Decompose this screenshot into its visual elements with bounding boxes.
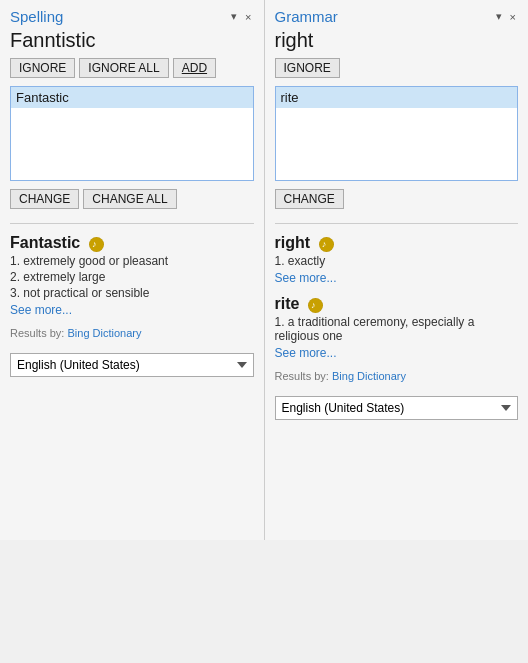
spelling-header-controls: ▾ × — [229, 10, 253, 23]
grammar-sound-icon-1[interactable] — [319, 237, 334, 252]
grammar-language-wrapper: English (United States) — [275, 390, 519, 420]
grammar-ignore-btn[interactable]: IGNORE — [275, 58, 340, 78]
grammar-dict-section-2: rite 1. a traditional ceremony, especial… — [275, 295, 519, 360]
spelling-see-more[interactable]: See more... — [10, 303, 72, 317]
spelling-panel: Spelling ▾ × Fanntistic IGNORE IGNORE AL… — [0, 0, 265, 540]
spelling-ignore-all-btn[interactable]: IGNORE ALL — [79, 58, 168, 78]
spelling-suggestions-box[interactable]: Fantastic — [10, 86, 254, 181]
spelling-sound-icon[interactable] — [89, 237, 104, 252]
spelling-header: Spelling ▾ × — [10, 8, 254, 25]
grammar-dict-defs-2: 1. a traditional ceremony, especially a … — [275, 315, 519, 343]
grammar-results-by-label: Results by: — [275, 370, 329, 382]
spelling-title: Spelling — [10, 8, 63, 25]
spelling-def-1: 1. extremely good or pleasant — [10, 254, 254, 268]
spelling-divider — [10, 223, 254, 224]
grammar-action-buttons: IGNORE — [275, 58, 519, 78]
spelling-ignore-btn[interactable]: IGNORE — [10, 58, 75, 78]
grammar-header: Grammar ▾ × — [275, 8, 519, 25]
spelling-change-all-btn[interactable]: CHANGE ALL — [83, 189, 176, 209]
spelling-change-buttons: CHANGE CHANGE ALL — [10, 189, 254, 209]
grammar-def-2-1: 1. a traditional ceremony, especially a … — [275, 315, 519, 343]
grammar-dict-section-1: right 1. exactly See more... — [275, 234, 519, 285]
grammar-sound-icon-2[interactable] — [308, 298, 323, 313]
spelling-change-btn[interactable]: CHANGE — [10, 189, 79, 209]
grammar-see-more-2[interactable]: See more... — [275, 346, 337, 360]
spelling-language-wrapper: English (United States) — [10, 347, 254, 377]
spelling-add-btn[interactable]: ADD — [173, 58, 216, 78]
grammar-minimize-btn[interactable]: ▾ — [494, 10, 504, 23]
grammar-title: Grammar — [275, 8, 338, 25]
spelling-results-by-label: Results by: — [10, 327, 64, 339]
grammar-word: right — [275, 29, 519, 52]
spelling-dict-word: Fantastic — [10, 234, 80, 251]
spelling-dict-defs: 1. extremely good or pleasant 2. extreme… — [10, 254, 254, 300]
grammar-results-by: Results by: Bing Dictionary — [275, 370, 519, 382]
grammar-divider — [275, 223, 519, 224]
grammar-see-more-1[interactable]: See more... — [275, 271, 337, 285]
spelling-def-2: 2. extremely large — [10, 270, 254, 284]
grammar-language-select[interactable]: English (United States) — [275, 396, 519, 420]
grammar-header-controls: ▾ × — [494, 10, 518, 23]
grammar-dict-word-1: right — [275, 234, 311, 251]
spelling-minimize-btn[interactable]: ▾ — [229, 10, 239, 23]
spelling-results-by-source: Bing Dictionary — [67, 327, 141, 339]
grammar-def-1-1: 1. exactly — [275, 254, 519, 268]
spelling-results-by: Results by: Bing Dictionary — [10, 327, 254, 339]
grammar-panel: Grammar ▾ × right IGNORE rite CHANGE rig… — [265, 0, 529, 540]
spelling-suggestion-1[interactable]: Fantastic — [11, 87, 253, 108]
grammar-results-by-source: Bing Dictionary — [332, 370, 406, 382]
spelling-word: Fanntistic — [10, 29, 254, 52]
grammar-dict-word-2: rite — [275, 295, 300, 312]
spelling-def-3: 3. not practical or sensible — [10, 286, 254, 300]
spelling-action-buttons: IGNORE IGNORE ALL ADD — [10, 58, 254, 78]
grammar-suggestions-box[interactable]: rite — [275, 86, 519, 181]
grammar-close-btn[interactable]: × — [508, 11, 518, 23]
grammar-suggestion-1[interactable]: rite — [276, 87, 518, 108]
grammar-change-btn[interactable]: CHANGE — [275, 189, 344, 209]
grammar-change-buttons: CHANGE — [275, 189, 519, 209]
spelling-dict-section: Fantastic 1. extremely good or pleasant … — [10, 234, 254, 317]
spelling-close-btn[interactable]: × — [243, 11, 253, 23]
grammar-dict-defs-1: 1. exactly — [275, 254, 519, 268]
spelling-language-select[interactable]: English (United States) — [10, 353, 254, 377]
